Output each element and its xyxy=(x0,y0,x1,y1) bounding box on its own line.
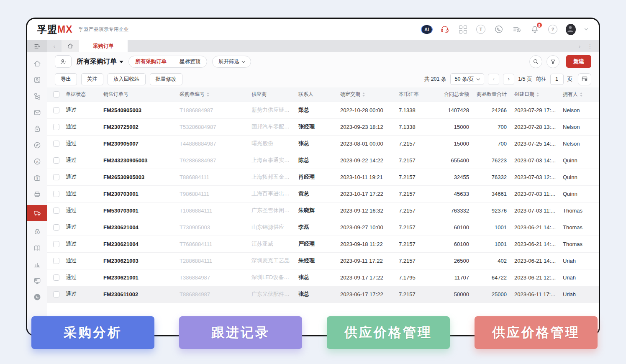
sidebar-item-monitor[interactable] xyxy=(27,274,47,287)
footer-button[interactable]: 供应价格管理 xyxy=(327,316,450,349)
tab-purchase-orders[interactable]: 采购订单 xyxy=(79,40,128,52)
segment-starred[interactable]: 星标置顶 xyxy=(173,56,207,67)
phone-icon[interactable] xyxy=(494,24,504,34)
sidebar-item-shopping-bag[interactable] xyxy=(27,123,47,135)
notification-bell-icon[interactable]: 8 xyxy=(530,24,540,34)
view-segments: 所有采购订单星标置顶 xyxy=(128,56,207,68)
column-header: 商品数量合计 xyxy=(474,87,512,102)
sidebar-item-truck[interactable] xyxy=(27,205,47,221)
tab-forward-icon[interactable]: › xyxy=(579,43,580,49)
tab-more-icon[interactable]: ⋮ xyxy=(587,43,593,49)
row-checkbox[interactable] xyxy=(53,157,59,164)
sidebar-item-money-pouch[interactable]: ¥ xyxy=(27,226,47,238)
expand-filter-button[interactable]: 展开筛选 xyxy=(212,56,251,68)
sidebar-item-bar-chart[interactable] xyxy=(27,258,47,271)
table-row[interactable]: 通过FM230703001T986884111上海百事进出口有...黄总2023… xyxy=(47,185,599,202)
row-checkbox[interactable] xyxy=(53,124,59,130)
cell-sales_no: FM2540905003 xyxy=(101,102,177,118)
ai-assistant-icon[interactable]: AI xyxy=(422,24,432,34)
cell-supplier: 山东锦源供应 xyxy=(249,219,296,236)
headset-icon[interactable] xyxy=(440,24,450,34)
ticket-icon[interactable]: T xyxy=(476,24,486,34)
table-row[interactable]: 通过FM230611002T886884987广东光伏配件有限...张总2023… xyxy=(47,286,599,302)
chevron-down-icon[interactable] xyxy=(584,24,589,34)
row-checkbox[interactable] xyxy=(53,224,59,231)
tab-home-icon[interactable] xyxy=(62,40,79,52)
next-page-button[interactable]: › xyxy=(503,74,514,85)
page-size-select[interactable]: 50 条/页 xyxy=(450,73,485,85)
footer-button[interactable]: 采购分析 xyxy=(31,316,154,349)
cell-owner: Thomas xyxy=(560,202,599,219)
cell-qty: 24266 xyxy=(474,102,512,118)
prev-page-button[interactable]: ‹ xyxy=(488,74,499,85)
sidebar-item-invoice[interactable] xyxy=(27,188,47,200)
table-row[interactable]: 通过FM230621004T7686884111江苏亚威严经理2023-09-1… xyxy=(47,236,599,252)
cell-amount: 50000 xyxy=(431,286,474,302)
action-button[interactable]: 批量修改 xyxy=(150,73,182,85)
goto-page-input[interactable] xyxy=(550,74,564,85)
row-checkbox[interactable] xyxy=(53,291,59,297)
sort-icon[interactable] xyxy=(580,92,582,97)
table-row[interactable]: 通过FM230621004T730905003山东锦源供应李磊2023-09-2… xyxy=(47,219,599,236)
sidebar-item-letter-a[interactable]: A xyxy=(27,155,47,168)
apps-grid-icon[interactable] xyxy=(458,24,468,34)
sidebar-item-contact-card[interactable] xyxy=(27,74,47,86)
column-settings-button[interactable] xyxy=(578,73,591,85)
row-checkbox[interactable] xyxy=(53,274,59,281)
owner-filter-button[interactable] xyxy=(55,55,72,68)
sidebar-item-money-case[interactable]: $ xyxy=(27,172,47,184)
row-checkbox[interactable] xyxy=(53,241,59,247)
table-row[interactable]: 通过FM530703001T1086884111广东圣雪休闲用品...朱晓辉20… xyxy=(47,202,599,219)
tab-back-icon[interactable]: ‹ xyxy=(47,40,62,52)
search-button[interactable] xyxy=(529,55,542,68)
row-checkbox[interactable] xyxy=(53,107,59,113)
row-checkbox[interactable] xyxy=(53,258,59,264)
select-all-checkbox[interactable] xyxy=(53,91,59,97)
table-row[interactable]: 通过FM230621003T2886884111深圳麦克工艺品朱经理2023-0… xyxy=(47,252,599,269)
row-checkbox[interactable] xyxy=(53,208,59,214)
column-header[interactable]: 确定交期 xyxy=(338,87,396,102)
new-button[interactable]: 新建 xyxy=(566,55,591,68)
column-header[interactable]: 拥有人 xyxy=(560,87,599,102)
segment-all-orders[interactable]: 所有采购订单 xyxy=(129,56,173,67)
collapse-menu-icon[interactable] xyxy=(27,40,47,52)
cell-delivery: 2023-06-17 17:22 xyxy=(338,286,396,302)
table-row[interactable]: 通过FM230621001T386884987深圳LED设备有限...张总202… xyxy=(47,269,599,286)
table-row[interactable]: 通过FM230905007T44886884987曙光股份张总2023-08-0… xyxy=(47,135,599,152)
filter-button[interactable] xyxy=(546,55,559,68)
row-checkbox[interactable] xyxy=(53,191,59,197)
sidebar-item-compass[interactable] xyxy=(27,139,47,151)
footer-action-buttons: 采购分析跟进记录供应价格管理供应价格管理 xyxy=(31,316,598,349)
footer-button[interactable]: 跟进记录 xyxy=(179,316,302,349)
cell-purchase_no: T730905003 xyxy=(177,219,249,236)
action-button[interactable]: 关注 xyxy=(81,73,103,85)
chevron-down-icon xyxy=(477,77,480,80)
avatar[interactable] xyxy=(566,24,576,34)
column-header: 本币汇率 xyxy=(396,87,431,102)
notification-badge: 8 xyxy=(536,22,543,28)
row-checkbox[interactable] xyxy=(53,174,59,180)
sidebar-item-home[interactable] xyxy=(27,57,47,70)
action-button[interactable]: 导出 xyxy=(55,73,77,85)
cell-qty: 1001 xyxy=(474,219,512,236)
task-list-icon[interactable] xyxy=(512,24,522,34)
table-row[interactable]: 通过FM230725002T53286884987国邦汽车零配件有...张经理2… xyxy=(47,118,599,135)
table-row[interactable]: 通过FM26530905003T886884111上海拓邦五金配件...肖经理2… xyxy=(47,169,599,185)
action-button[interactable]: 放入回收站 xyxy=(108,73,146,85)
column-header[interactable]: 创建日期 xyxy=(512,87,560,102)
sidebar-item-whatsapp[interactable] xyxy=(27,291,47,303)
table-row[interactable]: 通过FM2540905003T1886884987新势力供应链公司郑总2022-… xyxy=(47,102,599,118)
footer-button[interactable]: 供应价格管理 xyxy=(475,316,598,349)
table-row[interactable]: 通过FM243230905003T92886884987上海百事通实业有...陈… xyxy=(47,152,599,169)
sidebar-item-mail[interactable] xyxy=(27,106,47,119)
view-title-dropdown[interactable]: 所有采购订单 xyxy=(77,57,123,66)
sidebar-item-ledger[interactable] xyxy=(27,242,47,254)
sort-icon[interactable] xyxy=(362,92,365,97)
sidebar-item-org-tree[interactable] xyxy=(27,90,47,103)
row-checkbox[interactable] xyxy=(53,141,59,147)
sort-icon[interactable] xyxy=(207,92,209,97)
help-icon[interactable]: ? xyxy=(548,24,558,34)
column-header[interactable]: 采购单编号 xyxy=(177,87,249,102)
sort-icon[interactable] xyxy=(536,92,539,97)
cell-contact: 肖经理 xyxy=(296,169,338,185)
